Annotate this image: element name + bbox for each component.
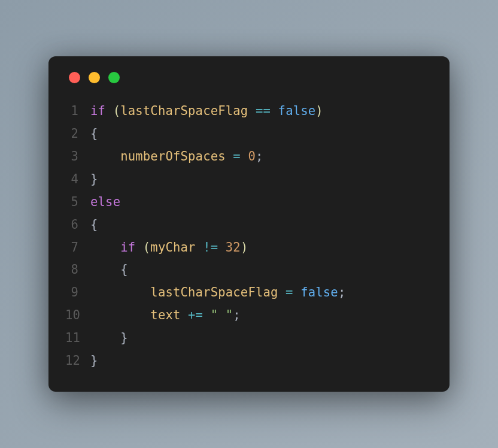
token (90, 331, 120, 345)
line-number: 2 (65, 123, 90, 146)
line-number: 3 (65, 146, 90, 168)
token: { (120, 262, 128, 277)
token: lastCharSpaceFlag (150, 285, 278, 299)
code-line[interactable]: 4} (65, 168, 433, 191)
line-content: if (lastCharSpaceFlag == false) (90, 100, 323, 123)
line-content: else (90, 191, 120, 214)
token (218, 240, 226, 255)
token (90, 308, 150, 322)
token: ; (233, 308, 241, 322)
token: text (150, 308, 180, 322)
token: { (90, 126, 98, 141)
line-content: { (90, 123, 98, 146)
line-content: if (myChar != 32) (90, 237, 248, 259)
token: } (90, 172, 98, 186)
line-number: 9 (65, 281, 90, 304)
line-content: { (90, 214, 98, 237)
token (271, 104, 278, 118)
token (203, 308, 211, 322)
token (90, 240, 120, 255)
minimize-icon[interactable] (89, 72, 100, 83)
token: += (188, 308, 203, 322)
code-window: 1if (lastCharSpaceFlag == false)2{3 numb… (48, 56, 450, 392)
line-content: lastCharSpaceFlag = false; (90, 281, 345, 304)
line-number: 4 (65, 168, 90, 191)
line-number: 5 (65, 191, 90, 214)
token: ( (143, 240, 151, 255)
code-line[interactable]: 1if (lastCharSpaceFlag == false) (65, 100, 433, 123)
line-number: 8 (65, 259, 90, 281)
token: } (90, 353, 98, 368)
token (293, 285, 301, 299)
line-content: numberOfSpaces = 0; (90, 146, 263, 168)
code-line[interactable]: 7 if (myChar != 32) (65, 237, 433, 259)
window-controls (65, 72, 433, 83)
token: != (203, 240, 218, 255)
token (226, 149, 233, 164)
close-icon[interactable] (69, 72, 80, 83)
token (90, 149, 120, 164)
line-number: 12 (65, 350, 90, 373)
line-content: text += " "; (90, 304, 241, 327)
token (90, 262, 120, 277)
token (105, 104, 113, 118)
token: == (256, 104, 271, 118)
token: { (90, 217, 98, 232)
token (248, 104, 256, 118)
code-line[interactable]: 8 { (65, 259, 433, 281)
token: ; (256, 149, 263, 164)
line-number: 10 (65, 304, 90, 327)
token: false (278, 104, 316, 118)
token: 0 (248, 149, 256, 164)
line-number: 1 (65, 100, 90, 123)
code-line[interactable]: 12} (65, 350, 433, 373)
token (196, 240, 204, 255)
token: ) (241, 240, 248, 255)
token: if (120, 240, 135, 255)
code-editor[interactable]: 1if (lastCharSpaceFlag == false)2{3 numb… (65, 100, 433, 373)
code-line[interactable]: 11 } (65, 327, 433, 350)
token: ) (315, 104, 323, 118)
token (135, 240, 143, 255)
code-line[interactable]: 2{ (65, 123, 433, 146)
line-number: 6 (65, 214, 90, 237)
token: } (120, 331, 128, 345)
token: lastCharSpaceFlag (120, 104, 248, 118)
token (278, 285, 286, 299)
token: else (90, 195, 120, 209)
line-content: } (90, 327, 128, 350)
token: numberOfSpaces (120, 149, 226, 164)
line-number: 11 (65, 327, 90, 350)
code-line[interactable]: 5else (65, 191, 433, 214)
token: false (300, 285, 338, 299)
code-line[interactable]: 10 text += " "; (65, 304, 433, 327)
code-line[interactable]: 6{ (65, 214, 433, 237)
token: if (90, 104, 105, 118)
maximize-icon[interactable] (108, 72, 120, 83)
code-line[interactable]: 9 lastCharSpaceFlag = false; (65, 281, 433, 304)
token (90, 285, 150, 299)
token: ; (338, 285, 346, 299)
line-number: 7 (65, 237, 90, 259)
token: = (286, 285, 293, 299)
token: myChar (150, 240, 195, 255)
token (241, 149, 248, 164)
token: = (233, 149, 241, 164)
token: " " (211, 308, 233, 322)
line-content: { (90, 259, 128, 281)
token (181, 308, 189, 322)
token: 32 (226, 240, 241, 255)
code-line[interactable]: 3 numberOfSpaces = 0; (65, 146, 433, 168)
line-content: } (90, 168, 98, 191)
line-content: } (90, 350, 98, 373)
token: ( (113, 104, 121, 118)
